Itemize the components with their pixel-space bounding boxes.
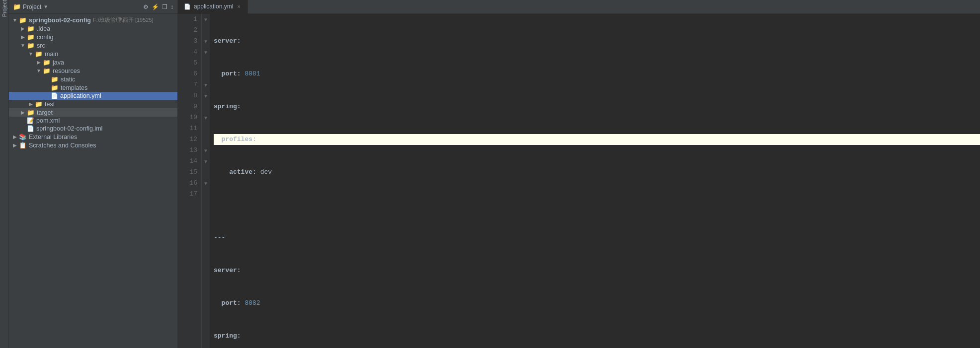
folder-icon-scratches: 📋 xyxy=(19,141,27,149)
code-content[interactable]: server: port: 8081 spring: profiles: act… xyxy=(210,14,980,348)
code-line-1: server: xyxy=(214,36,980,47)
code-line-8: server: xyxy=(214,265,980,276)
tree-item-pom-xml[interactable]: ▶ 📝 pom.xml xyxy=(9,117,177,125)
expand-arrow-scratches[interactable]: ▶ xyxy=(11,142,19,148)
folder-icon-target: 📁 xyxy=(27,109,35,116)
tree-item-config[interactable]: ▶ 📁 config xyxy=(9,33,177,41)
folder-icon-external-libs: 📚 xyxy=(19,133,27,140)
folder-icon-resources: 📁 xyxy=(43,67,51,74)
tree-label-src: src xyxy=(37,42,45,49)
tree-item-target[interactable]: ▶ 📁 target xyxy=(9,108,177,117)
project-header: 📁 Project ▼ ⚙ ⚡ ❐ ↕ xyxy=(9,0,177,14)
tree-item-iml[interactable]: ▶ 📄 springboot-02-config.iml xyxy=(9,125,177,133)
project-header-title[interactable]: Project ▼ xyxy=(23,3,48,10)
tree-label-iml: springboot-02-config.iml xyxy=(36,125,102,132)
line-numbers: 1 2 3 4 5 6 7 8 9 10 11 12 13 14 15 16 1… xyxy=(178,14,202,348)
editor-area[interactable]: 1 2 3 4 5 6 7 8 9 10 11 12 13 14 15 16 1… xyxy=(178,14,980,348)
tab-label-application-yml: application.yml xyxy=(194,3,233,10)
tree-item-main[interactable]: ▼ 📁 main xyxy=(9,50,177,58)
line-num-12: 12 xyxy=(180,134,197,145)
tree-item-external-libs[interactable]: ▶ 📚 External Libraries xyxy=(9,133,177,141)
line-num-4: 4 xyxy=(180,47,197,58)
gutter-8[interactable]: ▼ xyxy=(202,90,210,101)
line-num-2: 2 xyxy=(180,25,197,36)
settings-icon[interactable]: ↕ xyxy=(170,3,173,10)
code-line-5: active: dev xyxy=(214,167,980,178)
tree-item-src[interactable]: ▼ 📁 src xyxy=(9,41,177,50)
gutter-7[interactable]: ▼ xyxy=(202,79,210,90)
dropdown-arrow-icon[interactable]: ▼ xyxy=(43,4,48,9)
tree-label-springboot: springboot-02-config xyxy=(29,17,91,24)
gutter-14[interactable]: ▼ xyxy=(202,156,210,167)
line-num-11: 11 xyxy=(180,123,197,134)
folder-icon-springboot: 📁 xyxy=(19,16,27,24)
tree-item-java[interactable]: ▶ 📁 java xyxy=(9,58,177,67)
file-icon-xml: 📝 xyxy=(27,117,34,124)
gutter-1[interactable]: ▼ xyxy=(202,14,210,25)
line-num-1: 1 xyxy=(180,14,197,25)
code-line-7: --- xyxy=(214,232,980,243)
side-strip: Project xyxy=(0,0,9,348)
expand-arrow-main[interactable]: ▼ xyxy=(27,51,35,57)
line-num-9: 9 xyxy=(180,101,197,112)
expand-arrow-resources[interactable]: ▼ xyxy=(35,68,43,73)
left-panel: 📁 Project ▼ ⚙ ⚡ ❐ ↕ ▼ 📁 springboot-02-co… xyxy=(9,0,178,348)
locate-icon[interactable]: ⚡ xyxy=(152,3,159,10)
code-line-3: spring: xyxy=(214,101,980,112)
expand-arrow-springboot[interactable]: ▼ xyxy=(11,17,19,23)
line-num-15: 15 xyxy=(180,167,197,178)
tree-label-main: main xyxy=(45,51,58,58)
tree-label-target: target xyxy=(37,109,53,116)
gutter-3[interactable]: ▼ xyxy=(202,36,210,47)
folder-icon-header: 📁 xyxy=(13,3,21,10)
tree-item-application-yml[interactable]: ▶ 📄 application.yml xyxy=(9,92,177,100)
code-line-4: profiles: xyxy=(214,134,980,145)
gutter-12 xyxy=(202,134,210,145)
tree-label-idea: .idea xyxy=(37,25,50,32)
tree-item-test[interactable]: ▶ 📁 test xyxy=(9,100,177,108)
line-num-6: 6 xyxy=(180,69,197,79)
tree-path-springboot: F:\班级管理\西开 [19525] xyxy=(93,16,154,24)
expand-arrow-idea[interactable]: ▶ xyxy=(19,26,27,31)
tree-item-idea[interactable]: ▶ 📁 .idea xyxy=(9,24,177,33)
tree-label-scratches: Scratches and Consoles xyxy=(29,142,96,149)
sync-icon[interactable]: ⚙ xyxy=(143,3,149,10)
gutter-16[interactable]: ▼ xyxy=(202,178,210,189)
tree-item-resources[interactable]: ▼ 📁 resources xyxy=(9,67,177,75)
gutter-17 xyxy=(202,189,210,200)
folder-icon-idea: 📁 xyxy=(27,25,35,32)
tree-item-scratches[interactable]: ▶ 📋 Scratches and Consoles xyxy=(9,141,177,149)
gutter-10[interactable]: ▼ xyxy=(202,112,210,123)
gutter-2 xyxy=(202,25,210,36)
expand-arrow-test[interactable]: ▶ xyxy=(27,101,35,107)
folder-icon-test: 📁 xyxy=(35,100,43,108)
gutter-13[interactable]: ▼ xyxy=(202,145,210,156)
line-num-8: 8 xyxy=(180,90,197,101)
gutter-6 xyxy=(202,69,210,79)
code-key-9: port: xyxy=(214,298,245,309)
tree-item-springboot[interactable]: ▼ 📁 springboot-02-config F:\班级管理\西开 [195… xyxy=(9,16,177,24)
code-num-9: 8082 xyxy=(245,298,260,309)
code-val-5: dev xyxy=(260,167,272,178)
code-sep-7: --- xyxy=(214,232,225,243)
line-num-3: 3 xyxy=(180,36,197,47)
expand-arrow-java[interactable]: ▶ xyxy=(35,60,43,65)
expand-arrow-src[interactable]: ▼ xyxy=(19,43,27,48)
file-icon-iml: 📄 xyxy=(27,125,34,132)
gutter-4[interactable]: ▼ xyxy=(202,47,210,58)
file-tree: ▼ 📁 springboot-02-config F:\班级管理\西开 [195… xyxy=(9,14,177,348)
line-num-10: 10 xyxy=(180,112,197,123)
expand-icon[interactable]: ❐ xyxy=(162,3,167,10)
tree-item-templates[interactable]: ▶ 📁 templates xyxy=(9,83,177,92)
tab-application-yml[interactable]: 📄 application.yml × xyxy=(178,0,248,14)
tab-icon-yml: 📄 xyxy=(184,3,191,10)
tab-close-button[interactable]: × xyxy=(236,3,241,10)
file-icon-yml: 📄 xyxy=(51,92,58,99)
expand-arrow-external-libs[interactable]: ▶ xyxy=(11,134,19,139)
folder-icon-java: 📁 xyxy=(43,59,51,66)
expand-arrow-config[interactable]: ▶ xyxy=(19,34,27,40)
tab-bar: 📄 application.yml × xyxy=(178,0,980,14)
code-key-3: spring: xyxy=(214,101,241,112)
expand-arrow-target[interactable]: ▶ xyxy=(19,110,27,115)
tree-item-static[interactable]: ▶ 📁 static xyxy=(9,75,177,83)
